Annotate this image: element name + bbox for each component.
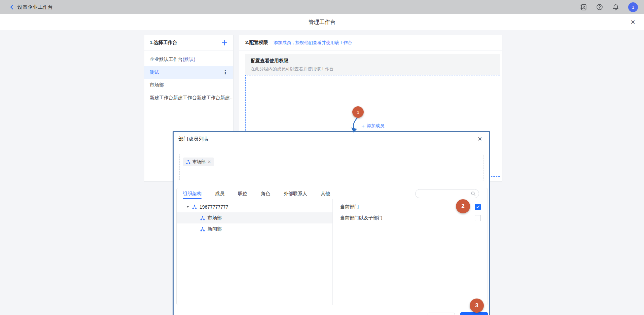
selected-department-tag: 市场部 ✕ — [183, 158, 214, 166]
tab-members[interactable]: 成员 — [215, 188, 224, 199]
workspace-panel-header: 1.选择工作台 — [144, 35, 233, 50]
dialog-close-icon[interactable]: ✕ — [476, 136, 483, 142]
option-label: 当前部门 — [340, 204, 359, 210]
tab-org-structure[interactable]: 组织架构 — [183, 188, 202, 199]
checkbox-current-and-sub-departments[interactable] — [475, 215, 481, 221]
workspace-list: 企业默认工作台(默认) 测试 ⋮ 市场部 新建工作台新建工作台新建工作台新建..… — [144, 50, 233, 104]
workspace-item-label: 企业默认工作台 — [150, 57, 183, 63]
back-chevron-icon — [9, 4, 14, 10]
tree-node-news[interactable]: 新闻部 — [177, 223, 332, 235]
tab-external-contacts[interactable]: 外部联系人 — [284, 188, 307, 199]
workspace-panel-title: 1.选择工作台 — [150, 40, 177, 46]
permission-panel-title: 2.配置权限 — [245, 40, 268, 46]
page-title: 管理工作台 — [0, 14, 644, 30]
department-options: 当前部门 当前部门以及子部门 — [333, 199, 488, 305]
step-badge-3: 3 — [470, 299, 484, 313]
department-icon — [200, 216, 205, 220]
view-permission-section: 配置查看使用权限 在此分组内的成员可以查看并使用该工作台 — [245, 54, 500, 75]
option-label: 当前部门以及子部门 — [340, 215, 383, 221]
tree-node-company[interactable]: 19677777777 — [177, 201, 332, 212]
step-badge-1: 1 — [352, 106, 364, 118]
workspace-item-label: 新建工作台新建工作台新建工作台新建... — [150, 95, 233, 101]
tab-roles[interactable]: 角色 — [261, 188, 270, 199]
permission-panel-header: 2.配置权限 添加成员，授权他们查看并使用该工作台 — [239, 35, 502, 50]
topbar: 设置企业工作台 1 — [0, 0, 644, 14]
view-permission-title: 配置查看使用权限 — [251, 58, 495, 64]
titlebar: 管理工作台 ✕ — [0, 14, 644, 30]
step-badge-2: 2 — [456, 199, 470, 213]
tree-node-label: 市场部 — [208, 215, 222, 221]
option-current-and-sub-departments: 当前部门以及子部门 — [333, 212, 488, 223]
permission-hint: 添加成员，授权他们查看并使用该工作台 — [274, 40, 352, 46]
caret-down-icon[interactable] — [186, 206, 189, 208]
dialog-header: 部门成员列表 ✕ — [174, 132, 489, 146]
department-icon — [200, 227, 205, 232]
workspace-default-suffix: (默认) — [183, 57, 195, 63]
department-member-dialog: 部门成员列表 ✕ 市场部 ✕ 组织架构 成员 职位 角色 外部联系人 其他 — [173, 131, 490, 315]
back-label: 设置企业工作台 — [17, 4, 53, 10]
cancel-button[interactable] — [428, 313, 455, 315]
tree-node-label: 19677777777 — [200, 204, 228, 210]
workspace-item-label: 测试 — [150, 69, 159, 75]
workspace-item[interactable]: 市场部 — [144, 79, 233, 92]
more-options-icon[interactable]: ⋮ — [223, 69, 228, 75]
topbar-actions: 1 — [580, 0, 638, 14]
department-icon — [186, 160, 190, 164]
add-workspace-button[interactable] — [221, 39, 228, 46]
workspace-item[interactable]: 新建工作台新建工作台新建工作台新建... — [144, 92, 233, 104]
avatar[interactable]: 1 — [628, 2, 638, 12]
picker-body: 19677777777 市场部 — [177, 199, 488, 305]
tab-positions[interactable]: 职位 — [238, 188, 247, 199]
tree-node-marketing[interactable]: 市场部 — [177, 212, 332, 223]
org-tree: 19677777777 市场部 — [177, 199, 333, 305]
picker-content: 组织架构 成员 职位 角色 外部联系人 其他 — [176, 188, 488, 305]
back-button[interactable]: 设置企业工作台 — [9, 4, 53, 10]
confirm-button[interactable] — [460, 312, 488, 315]
tree-node-label: 新闻部 — [208, 226, 222, 232]
dialog-title: 部门成员列表 — [178, 136, 209, 142]
search-box — [415, 189, 479, 198]
step1-arrow — [343, 101, 370, 135]
department-icon — [192, 205, 197, 209]
selected-tag-label: 市场部 — [192, 159, 206, 165]
picker-tabs: 组织架构 成员 职位 角色 外部联系人 其他 — [177, 188, 488, 199]
selected-members-box: 市场部 ✕ — [179, 154, 484, 181]
view-permission-desc: 在此分组内的成员可以查看并使用该工作台 — [251, 66, 495, 72]
workspace-item-selected[interactable]: 测试 ⋮ — [144, 66, 233, 79]
tab-others[interactable]: 其他 — [321, 188, 330, 199]
checkbox-current-department[interactable] — [475, 204, 481, 210]
remove-tag-icon[interactable]: ✕ — [208, 160, 211, 164]
workspace-item-label: 市场部 — [150, 82, 164, 88]
search-input[interactable] — [415, 189, 479, 198]
page-close-icon[interactable]: ✕ — [629, 19, 637, 26]
bell-icon[interactable] — [612, 3, 619, 11]
workspace-item-default[interactable]: 企业默认工作台(默认) — [144, 53, 233, 66]
contacts-icon[interactable] — [580, 3, 587, 11]
help-icon[interactable] — [596, 3, 603, 11]
